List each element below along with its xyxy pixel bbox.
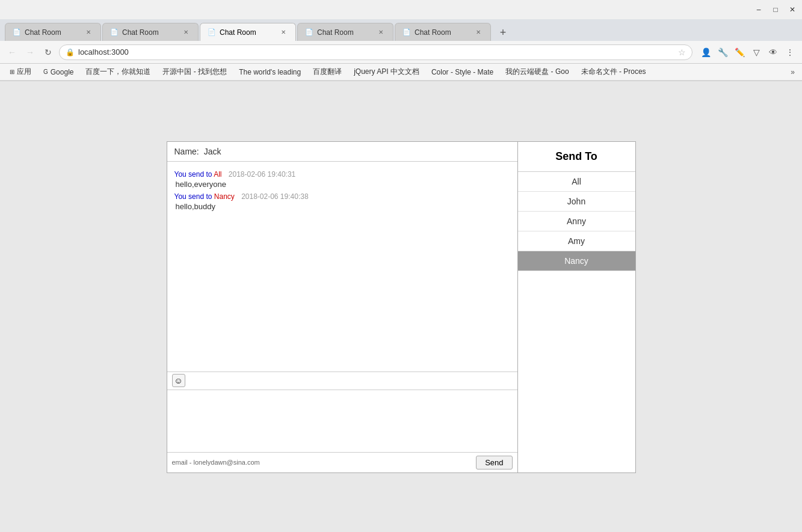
tab-bar: 📄 Chat Room ✕ 📄 Chat Room ✕ 📄 Chat Room … — [0, 19, 802, 41]
bookmark-baidu[interactable]: 百度一下，你就知道 — [81, 66, 155, 78]
tab-1[interactable]: 📄 Chat Room ✕ — [5, 23, 101, 41]
recipient-all[interactable]: All — [518, 172, 635, 192]
tab-3[interactable]: 📄 Chat Room ✕ — [200, 23, 296, 41]
msg-1-target: All — [214, 170, 221, 179]
emoji-button[interactable]: ☺ — [172, 374, 185, 387]
chat-app: Name: Jack You send to All 2018-02-06 19… — [167, 141, 636, 473]
google-icon: G — [43, 69, 48, 75]
recipient-nancy[interactable]: Nancy — [518, 251, 635, 271]
chat-left-panel: Name: Jack You send to All 2018-02-06 19… — [167, 142, 518, 472]
vpn-icon[interactable]: ▽ — [749, 45, 763, 60]
address-bar: ← → ↻ 🔒 localhost:3000 ☆ 👤 🔧 ✏️ ▽ 👁 ⋮ — [0, 41, 802, 64]
bookmarks-bar: ⊞ 应用 G Google 百度一下，你就知道 开源中国 - 找到您想 The … — [0, 64, 802, 81]
bookmark-baidu-label: 百度一下，你就知道 — [85, 67, 150, 77]
bookmark-star-icon[interactable]: ☆ — [678, 47, 686, 57]
tab-3-icon: 📄 — [208, 28, 216, 36]
msg-2-meta: You send to Nancy 2018-02-06 19:40:38 — [174, 192, 510, 201]
bookmark-github[interactable]: The world's leading — [234, 67, 306, 78]
bookmark-oschina[interactable]: 开源中国 - 找到您想 — [158, 66, 232, 78]
forward-button[interactable]: → — [23, 45, 37, 60]
bookmark-color-label: Color - Style - Mate — [431, 68, 493, 76]
bookmark-baidufanyi-label: 百度翻译 — [313, 67, 342, 77]
pen-icon[interactable]: ✏️ — [732, 45, 747, 60]
chat-messages: You send to All 2018-02-06 19:40:31 hell… — [167, 162, 517, 372]
msg-2-text: hello,buddy — [174, 202, 510, 211]
tab-5-icon: 📄 — [403, 28, 411, 36]
email-text: email - lonelydawn@sina.com — [172, 459, 260, 466]
tab-2[interactable]: 📄 Chat Room ✕ — [102, 23, 199, 41]
chat-bottom-bar: email - lonelydawn@sina.com Send — [167, 452, 517, 472]
bookmark-unnamed-label: 未命名文件 - Proces — [581, 67, 646, 77]
bookmark-google[interactable]: G Google — [39, 67, 78, 78]
tab-1-label: Chat Room — [25, 28, 79, 37]
bookmark-oschina-label: 开源中国 - 找到您想 — [162, 67, 227, 77]
bookmark-drive[interactable]: 我的云端硬盘 - Goo — [501, 66, 573, 78]
msg-1-text: hello,everyone — [174, 180, 510, 189]
recipient-john[interactable]: John — [518, 192, 635, 212]
address-input-wrap: 🔒 localhost:3000 ☆ — [59, 44, 692, 60]
bookmark-apps[interactable]: ⊞ 应用 — [5, 66, 36, 78]
title-bar: – □ ✕ — [0, 0, 802, 19]
tab-4-icon: 📄 — [305, 28, 313, 36]
msg-2-target: Nancy — [214, 192, 235, 201]
name-value: Jack — [204, 147, 221, 156]
bookmarks-more-button[interactable]: » — [788, 67, 797, 78]
back-button[interactable]: ← — [5, 45, 19, 60]
bookmark-jquery[interactable]: jQuery API 中文文档 — [349, 66, 424, 78]
lock-icon: 🔒 — [66, 48, 75, 57]
close-button[interactable]: ✕ — [788, 5, 797, 14]
tab-5-label: Chat Room — [415, 28, 469, 37]
chat-right-panel: Send To All John Anny Amy Nancy — [518, 142, 635, 472]
tab-4-close[interactable]: ✕ — [376, 28, 386, 37]
msg-2-prefix: You send to — [174, 192, 212, 201]
new-tab-button[interactable]: + — [495, 24, 511, 41]
chat-name-bar: Name: Jack — [167, 142, 517, 162]
user-icon[interactable]: 👤 — [699, 45, 713, 60]
eye-icon[interactable]: 👁 — [766, 45, 780, 60]
menu-icon[interactable]: ⋮ — [783, 45, 797, 60]
send-to-header: Send To — [518, 142, 635, 172]
msg-1-prefix: You send to — [174, 170, 212, 179]
msg-1-meta: You send to All 2018-02-06 19:40:31 — [174, 170, 510, 179]
tab-3-close[interactable]: ✕ — [279, 28, 288, 37]
bookmark-apps-label: 应用 — [17, 67, 31, 77]
chat-toolbar: ☺ — [167, 372, 517, 390]
window-controls: – □ ✕ — [754, 5, 797, 14]
bookmark-unnamed[interactable]: 未命名文件 - Proces — [576, 66, 651, 78]
recipient-amy[interactable]: Amy — [518, 231, 635, 251]
bookmark-drive-label: 我的云端硬盘 - Goo — [505, 67, 569, 77]
toolbar-icons: 👤 🔧 ✏️ ▽ 👁 ⋮ — [699, 45, 797, 60]
tab-1-icon: 📄 — [13, 28, 21, 36]
tab-2-icon: 📄 — [110, 28, 119, 36]
recipient-anny[interactable]: Anny — [518, 212, 635, 231]
bookmark-color[interactable]: Color - Style - Mate — [427, 67, 498, 78]
chat-textarea[interactable] — [167, 390, 517, 452]
name-label: Name: — [174, 147, 199, 156]
msg-1-timestamp: 2018-02-06 19:40:31 — [229, 170, 295, 179]
tab-2-close[interactable]: ✕ — [181, 28, 191, 37]
browser-chrome: – □ ✕ 📄 Chat Room ✕ 📄 Chat Room ✕ 📄 Chat… — [0, 0, 802, 81]
tab-4-label: Chat Room — [317, 28, 371, 37]
send-button[interactable]: Send — [476, 456, 512, 469]
page-content: Name: Jack You send to All 2018-02-06 19… — [0, 81, 802, 532]
chat-input-area — [167, 390, 517, 452]
apps-icon: ⊞ — [10, 69, 14, 75]
msg-2-timestamp: 2018-02-06 19:40:38 — [241, 192, 308, 201]
extension-icon[interactable]: 🔧 — [715, 45, 730, 60]
bookmark-jquery-label: jQuery API 中文文档 — [354, 67, 419, 77]
refresh-button[interactable]: ↻ — [41, 45, 55, 60]
tab-5[interactable]: 📄 Chat Room ✕ — [395, 23, 491, 41]
address-text[interactable]: localhost:3000 — [78, 47, 674, 57]
tab-5-close[interactable]: ✕ — [473, 28, 483, 37]
bookmark-github-label: The world's leading — [239, 68, 301, 76]
maximize-button[interactable]: □ — [771, 5, 780, 14]
bookmark-baidufanyi[interactable]: 百度翻译 — [308, 66, 347, 78]
minimize-button[interactable]: – — [754, 5, 763, 14]
tab-3-label: Chat Room — [220, 28, 274, 37]
tab-4[interactable]: 📄 Chat Room ✕ — [297, 23, 393, 41]
recipient-list: All John Anny Amy Nancy — [518, 172, 635, 271]
tab-2-label: Chat Room — [122, 28, 176, 37]
tab-1-close[interactable]: ✕ — [84, 28, 93, 37]
bookmark-google-label: Google — [51, 68, 74, 76]
